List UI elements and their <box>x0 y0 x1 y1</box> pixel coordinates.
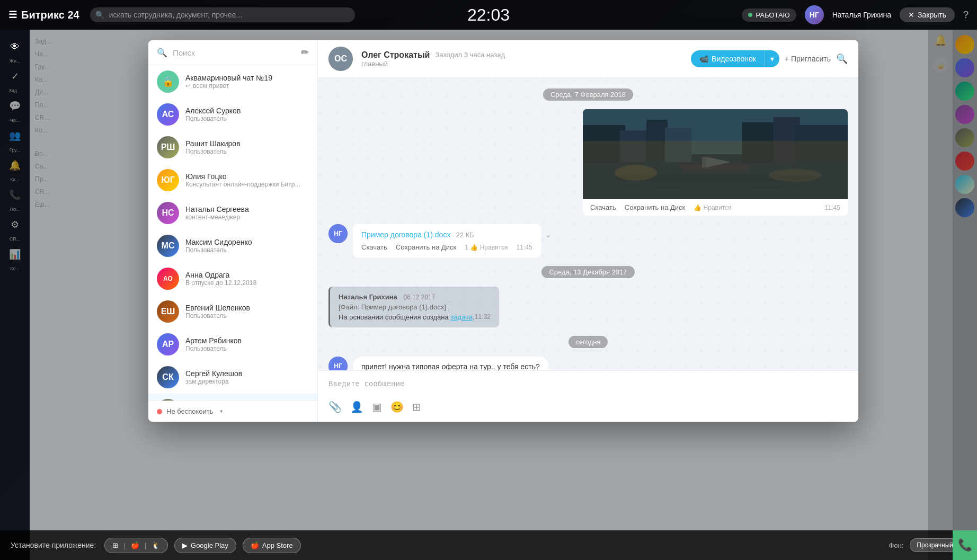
top-search-input[interactable] <box>90 7 355 22</box>
modal-overlay: 🔍 ✏ 🔒 Аквамариновый чат №19 ↩ всем приве… <box>30 30 977 560</box>
list-item[interactable]: ОС Олег Строкатый ↩ привет! нужна типова… <box>148 394 317 401</box>
quoted-text: На основании сообщения создана задача. 1… <box>339 313 491 321</box>
sidebar-item-disk[interactable]: 📞 <box>4 184 25 206</box>
likes-icon: 👍 <box>470 244 478 251</box>
status-button[interactable]: РАБОТАЮ <box>742 8 796 22</box>
message-row: Скачать Сохранить на Диск 👍 Нравится 11:… <box>328 109 848 216</box>
contact-info: Артем Рябинков Пользователь <box>185 336 309 352</box>
list-item[interactable]: ЕШ Евгений Шеленков Пользователь <box>148 295 317 328</box>
sidebar-item-tasks[interactable]: ✓ <box>4 66 25 87</box>
close-button[interactable]: ✕ Закрыть <box>900 7 955 22</box>
windows-mac-linux-button[interactable]: ⊞ | 🍎 | 🐧 <box>104 538 168 553</box>
chat-icon: 💬 <box>9 100 21 112</box>
calendar-icon: 🔔 <box>9 159 21 171</box>
user-avatar: НГ <box>805 5 824 24</box>
list-item[interactable]: РШ Рашит Шакиров Пользователь <box>148 131 317 164</box>
transparent-label: Прозрачный <box>917 541 953 549</box>
invite-button[interactable]: + Пригласить <box>785 55 831 63</box>
download-button[interactable]: Скачать <box>590 203 616 211</box>
contact-status: В отпуске до 12.12.2018 <box>185 279 309 287</box>
contact-status: Пользователь <box>185 115 309 122</box>
contact-name: Артем Рябинков <box>185 336 309 345</box>
message-row: НГ Пример договора (1).docx 22 КБ Скачат… <box>328 224 848 257</box>
live-icon: 👁 <box>10 41 20 52</box>
contact-info: Сергей Кулешов зам.директора <box>185 369 309 385</box>
list-item[interactable]: СК Сергей Кулешов зам.директора <box>148 361 317 394</box>
platform-buttons: ⊞ | 🍎 | 🐧 ▶ Google Play 🍎 App Store <box>104 538 300 553</box>
quoted-file: [Файл: Пример договора (1).docx] <box>339 303 491 311</box>
chat-messages: Среда, 7 Февраля 2018 <box>318 78 858 370</box>
sidebar-label-live: Жи... <box>10 58 21 64</box>
contact-status: Пользователь <box>185 148 309 155</box>
list-item[interactable]: 🔒 Аквамариновый чат №19 ↩ всем привет <box>148 65 317 98</box>
contact-info: Анна Одрага В отпуске до 12.12.2018 <box>185 271 309 287</box>
quoted-sender: Наталья Грихина 06.12.2017 <box>339 293 491 301</box>
likes-icon: 👍 <box>694 204 701 211</box>
sidebar-item-groups[interactable]: 👥 <box>4 125 25 146</box>
contact-status: контент-менеджер <box>185 214 309 221</box>
hamburger-icon[interactable]: ☰ <box>8 9 17 21</box>
file-size: 22 КБ <box>456 231 474 239</box>
app-store-button[interactable]: 🍎 App Store <box>243 538 301 553</box>
list-item[interactable]: НС Наталья Сергеева контент-менеджер <box>148 197 317 229</box>
mention-icon[interactable]: 👤 <box>350 401 363 413</box>
avatar: СК <box>157 366 179 388</box>
dnd-arrow[interactable]: ▾ <box>220 408 223 415</box>
video-call-dropdown[interactable]: ▾ <box>765 50 779 67</box>
sidebar-item-crm[interactable]: 📊 <box>4 244 25 265</box>
help-button[interactable]: ? <box>963 10 969 21</box>
search-chat-button[interactable]: 🔍 <box>836 53 848 65</box>
clock: 22:03 <box>467 5 510 25</box>
contact-info: Юлия Гоцко Консультант онлайн-поддержки … <box>185 172 309 188</box>
chat-header-info: Олег Строкатый Заходил 3 часа назад глав… <box>361 50 682 68</box>
chat-modal: 🔍 ✏ 🔒 Аквамариновый чат №19 ↩ всем приве… <box>148 40 858 422</box>
svg-text:НГ: НГ <box>334 362 342 370</box>
crm-icon: 📊 <box>9 248 21 260</box>
contact-status: Пользователь <box>185 312 309 319</box>
close-icon: ✕ <box>908 11 914 19</box>
sidebar-item-settings[interactable]: ⚙ <box>4 214 25 235</box>
google-play-label: Google Play <box>191 541 228 549</box>
sidebar-item-calendar[interactable]: 🔔 <box>4 155 25 176</box>
contact-status: Консультант онлайн-поддержки Битр... <box>185 181 309 188</box>
separator: | <box>145 541 146 549</box>
save-to-disk-button[interactable]: Сохранить на Диск <box>396 243 457 251</box>
contacts-search-input[interactable] <box>173 48 296 57</box>
task-link[interactable]: задача <box>450 313 473 321</box>
contact-status: Пользователь <box>185 345 309 352</box>
contact-name: Наталья Сергеева <box>185 205 309 214</box>
group-avatar: 🔒 <box>157 70 179 93</box>
list-item[interactable]: ЮГ Юлия Гоцко Консультант онлайн-поддерж… <box>148 164 317 197</box>
list-item[interactable]: АС Алексей Сурков Пользователь <box>148 98 317 131</box>
chat-avatar: ОС <box>328 47 353 71</box>
video-call-button[interactable]: 📹 Видеозвонок <box>691 50 765 67</box>
svg-point-16 <box>768 169 821 182</box>
list-item[interactable]: МС Максим Сидоренко Пользователь <box>148 229 317 262</box>
message-menu-icon[interactable]: ⌄ <box>545 229 552 239</box>
chat-input[interactable] <box>328 379 848 392</box>
file-name[interactable]: Пример договора (1).docx <box>361 230 450 239</box>
bubble-message: привет! нужна типовая оферта на тур.. у … <box>353 357 548 370</box>
list-item[interactable]: АР Артем Рябинков Пользователь <box>148 328 317 361</box>
emoji-icon[interactable]: 😊 <box>390 401 404 413</box>
contact-status: ↩ всем привет <box>185 82 309 90</box>
contact-name: Максим Сидоренко <box>185 238 309 246</box>
gif-icon[interactable]: ▣ <box>372 401 382 413</box>
sidebar-item-live[interactable]: 👁 <box>4 36 25 57</box>
bottom-bar: Установите приложение: ⊞ | 🍎 | 🐧 ▶ Googl… <box>0 530 977 560</box>
save-to-disk-button[interactable]: Сохранить на Диск <box>625 203 686 211</box>
file-message-wrapper: Пример договора (1).docx 22 КБ Скачать С… <box>353 224 541 257</box>
list-item[interactable]: АО Анна Одрага В отпуске до 12.12.2018 <box>148 262 317 295</box>
contacts-footer: Не беспокоить ▾ <box>148 401 317 422</box>
attachment-icon[interactable]: 📎 <box>328 401 342 413</box>
download-button[interactable]: Скачать <box>361 243 387 251</box>
image-message: Скачать Сохранить на Диск 👍 Нравится 11:… <box>583 109 848 216</box>
google-play-button[interactable]: ▶ Google Play <box>174 538 236 553</box>
compose-button[interactable]: ✏ <box>301 47 309 58</box>
phone-icon[interactable]: 📞 <box>958 538 972 552</box>
invite-label: + Пригласить <box>785 55 831 63</box>
more-icon[interactable]: ⊞ <box>412 401 421 413</box>
sidebar-item-chat[interactable]: 💬 <box>4 95 25 117</box>
chat-contact-role: главный <box>361 60 682 68</box>
file-message: Пример договора (1).docx 22 КБ Скачать С… <box>353 224 541 257</box>
